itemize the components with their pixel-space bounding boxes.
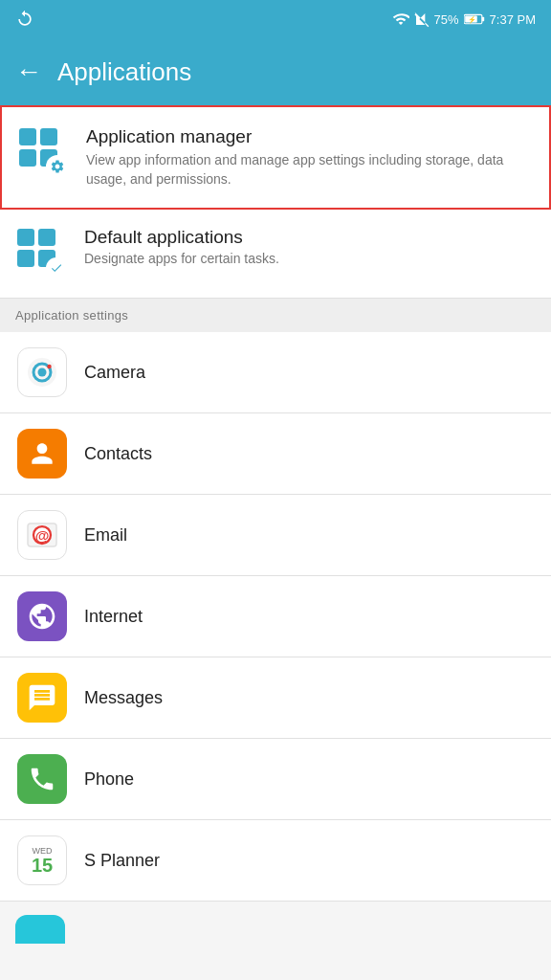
contacts-icon-wrap (15, 427, 69, 480)
app-manager-title: Application manager (86, 126, 534, 147)
status-bar: 75% ⚡ 7:37 PM (0, 0, 551, 38)
gear-badge (46, 155, 69, 178)
contacts-label: Contacts (84, 444, 152, 464)
grid-sq-1 (19, 128, 36, 145)
wifi-icon (392, 11, 409, 28)
default-apps-icon-wrap (15, 227, 69, 280)
splanner-item[interactable]: WED 15 S Planner (0, 820, 551, 902)
gear-icon (50, 159, 65, 174)
check-icon (50, 261, 63, 275)
svg-text:⚡: ⚡ (468, 15, 476, 24)
grid-sq-3 (19, 149, 36, 167)
svg-point-7 (47, 365, 52, 369)
camera-item[interactable]: Camera (0, 332, 551, 413)
contacts-icon (17, 429, 67, 479)
email-label: Email (84, 525, 127, 546)
refresh-icon (15, 10, 34, 29)
contacts-item[interactable]: Contacts (0, 413, 551, 495)
default-sq-3 (17, 250, 34, 267)
application-manager-item[interactable]: Application manager View app information… (0, 105, 551, 210)
default-sq-1 (17, 229, 34, 246)
battery-percentage: 75% (434, 12, 459, 27)
phone-label: Phone (84, 769, 134, 790)
camera-icon-wrap (15, 345, 69, 399)
camera-icon (17, 347, 67, 397)
svg-point-6 (38, 368, 47, 377)
default-apps-text: Default applications Designate apps for … (84, 227, 536, 266)
splanner-icon-wrap: WED 15 (15, 834, 69, 887)
messages-icon (17, 673, 67, 723)
email-item[interactable]: @ Email (0, 495, 551, 576)
internet-icon-wrap (15, 590, 69, 643)
grid-sq-2 (40, 128, 57, 145)
phone-icon-wrap (15, 752, 69, 806)
splanner-label: S Planner (84, 851, 160, 871)
app-manager-desc: View app information and manage app sett… (86, 151, 534, 189)
email-icon: @ (17, 510, 67, 560)
app-bar: ← Applications (0, 38, 551, 105)
camera-label: Camera (84, 363, 145, 383)
splanner-icon: WED 15 (17, 835, 67, 885)
bottom-partial-icon (15, 915, 65, 944)
svg-rect-1 (481, 17, 483, 22)
internet-item[interactable]: Internet (0, 576, 551, 657)
email-icon-wrap: @ (15, 508, 69, 562)
messages-label: Messages (84, 688, 163, 708)
messages-item[interactable]: Messages (0, 657, 551, 739)
app-settings-header: Application settings (0, 299, 551, 332)
page-title: Applications (57, 57, 191, 87)
default-apps-icon (17, 229, 67, 278)
messages-icon-wrap (15, 671, 69, 724)
app-manager-icon (19, 128, 69, 178)
battery-icon: ⚡ (464, 12, 485, 26)
phone-icon (17, 754, 67, 804)
internet-label: Internet (84, 607, 143, 627)
splanner-date: 15 (32, 856, 53, 875)
content-area: Application manager View app information… (0, 105, 551, 944)
phone-item[interactable]: Phone (0, 739, 551, 820)
default-sq-2 (38, 229, 55, 246)
time-display: 7:37 PM (490, 12, 536, 27)
signal-icon (414, 11, 430, 28)
app-manager-text: Application manager View app information… (86, 126, 534, 189)
internet-icon (17, 591, 67, 641)
default-applications-item[interactable]: Default applications Designate apps for … (0, 210, 551, 299)
default-apps-desc: Designate apps for certain tasks. (84, 251, 536, 266)
app-manager-icon-wrap (17, 126, 71, 180)
back-button[interactable]: ← (15, 56, 42, 87)
default-apps-title: Default applications (84, 227, 536, 248)
svg-text:@: @ (35, 527, 50, 544)
